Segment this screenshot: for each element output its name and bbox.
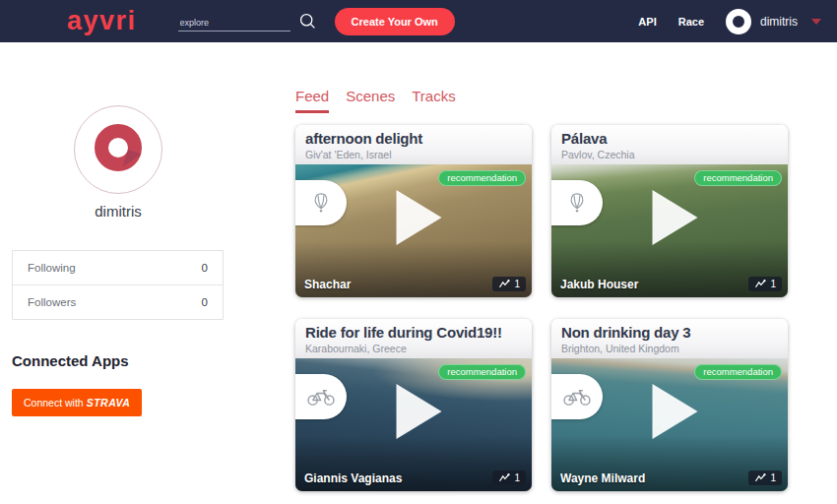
search-bar [178,12,317,32]
followers-count: 0 [202,296,208,308]
profile-name: dimitris [0,203,236,220]
activity-pill [295,374,347,419]
profile-tabs: Feed Scenes Tracks [295,88,473,113]
play-button[interactable] [653,190,698,245]
play-button[interactable] [397,190,442,245]
track-count: 1 [770,279,776,289]
scene-card-header: Pálava Pavlov, Czechia [551,125,788,164]
followers-label: Followers [28,296,76,308]
bike-icon [306,387,336,407]
scene-location: Giv'at 'Eden, Israel [305,149,522,160]
strava-brand-label: STRAVA [87,397,131,409]
route-icon [754,280,766,288]
scene-card[interactable]: Non drinking day 3 Brighton, United King… [551,319,788,491]
scene-thumbnail: recommendation [551,358,788,491]
scene-card[interactable]: Ride for life during Covid19!! Karabourn… [295,319,532,491]
recommendation-badge: recommendation [438,170,526,186]
page: ayvri Create Your Own API Race dimitris … [0,0,837,504]
navbar: ayvri Create Your Own API Race dimitris [0,0,837,42]
route-icon [498,473,510,482]
route-icon [498,280,510,288]
tab-feed[interactable]: Feed [295,88,329,113]
scene-author[interactable]: Jakub Houser [560,278,638,291]
track-count: 1 [514,279,520,289]
scene-author[interactable]: Giannis Vagianas [304,472,402,485]
following-count: 0 [202,262,208,274]
activity-pill [551,374,603,419]
connect-strava-button[interactable]: Connect with STRAVA [12,389,142,416]
scene-card-header: Ride for life during Covid19!! Karabourn… [295,319,532,358]
scene-card-header: afternoon delight Giv'at 'Eden, Israel [295,125,532,164]
followers-row[interactable]: Followers 0 [13,284,223,319]
following-label: Following [28,262,76,274]
activity-pill [551,180,603,225]
scene-title[interactable]: Pálava [561,130,778,148]
recommendation-badge: recommendation [694,364,782,380]
navbar-right: API Race dimitris [638,9,821,34]
track-count-badge: 1 [492,471,526,485]
search-icon[interactable] [298,12,317,31]
username-menu[interactable]: dimitris [760,15,798,29]
scene-card-header: Non drinking day 3 Brighton, United King… [551,319,788,358]
scene-thumbnail: recommendation [295,358,532,491]
scene-card[interactable]: afternoon delight Giv'at 'Eden, Israel r… [295,125,532,297]
bike-icon [562,387,592,407]
scene-location: Brighton, United Kingdom [561,343,778,354]
play-button[interactable] [397,384,442,439]
scene-thumbnail: recommendation [295,164,532,297]
scene-author[interactable]: Shachar [304,278,351,291]
scene-author[interactable]: Wayne Milward [560,472,645,485]
connected-apps-heading: Connected Apps [12,352,129,369]
scene-card[interactable]: Pálava Pavlov, Czechia recommendation [551,125,788,297]
profile-avatar [74,105,162,194]
recommendation-badge: recommendation [438,364,526,380]
route-icon [754,473,766,482]
create-your-own-button[interactable]: Create Your Own [335,8,455,35]
api-link[interactable]: API [638,16,656,28]
paraglider-icon [567,192,587,214]
feed-grid: afternoon delight Giv'at 'Eden, Israel r… [295,125,788,491]
race-link[interactable]: Race [678,16,704,28]
ayvri-a-logo-icon [95,124,142,171]
recommendation-badge: recommendation [694,170,782,186]
activity-pill [295,180,347,225]
track-count-badge: 1 [492,277,526,291]
track-count-badge: 1 [748,471,782,485]
scene-thumbnail: recommendation [551,164,788,297]
track-count: 1 [770,472,776,483]
tab-scenes[interactable]: Scenes [346,88,395,113]
chevron-down-icon[interactable] [811,19,821,25]
paraglider-icon [311,192,331,214]
following-row[interactable]: Following 0 [13,251,223,284]
search-input[interactable] [178,15,290,32]
user-avatar[interactable] [726,9,751,34]
tab-tracks[interactable]: Tracks [412,88,455,113]
scene-title[interactable]: Ride for life during Covid19!! [305,324,522,342]
scene-location: Pavlov, Czechia [561,149,778,160]
scene-location: Karabournaki, Greece [305,343,522,354]
track-count-badge: 1 [748,277,782,291]
track-count: 1 [514,472,520,483]
strava-button-prefix: Connect with [24,397,87,409]
scene-title[interactable]: afternoon delight [305,130,522,148]
play-button[interactable] [653,384,698,439]
scene-title[interactable]: Non drinking day 3 [561,324,778,342]
follow-stats-card: Following 0 Followers 0 [12,250,224,320]
ayvri-logo[interactable]: ayvri [67,8,137,34]
